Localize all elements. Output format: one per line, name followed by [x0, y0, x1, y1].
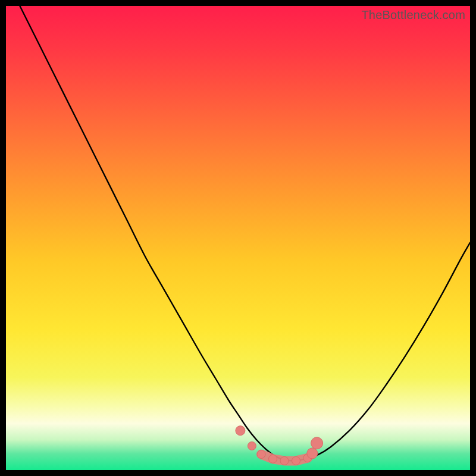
marker-dot	[307, 448, 318, 459]
marker-dot	[248, 441, 256, 450]
marker-dot	[269, 455, 277, 463]
chart-frame: TheBottleneck.com	[6, 6, 470, 470]
marker-dot	[292, 456, 300, 465]
marker-dot	[257, 450, 265, 458]
marker-dot	[236, 426, 245, 436]
marker-dot	[280, 456, 289, 465]
marker-dot	[311, 437, 323, 449]
watermark-text: TheBottleneck.com	[361, 8, 465, 22]
chart-svg	[6, 6, 470, 470]
gradient-background	[6, 6, 470, 470]
